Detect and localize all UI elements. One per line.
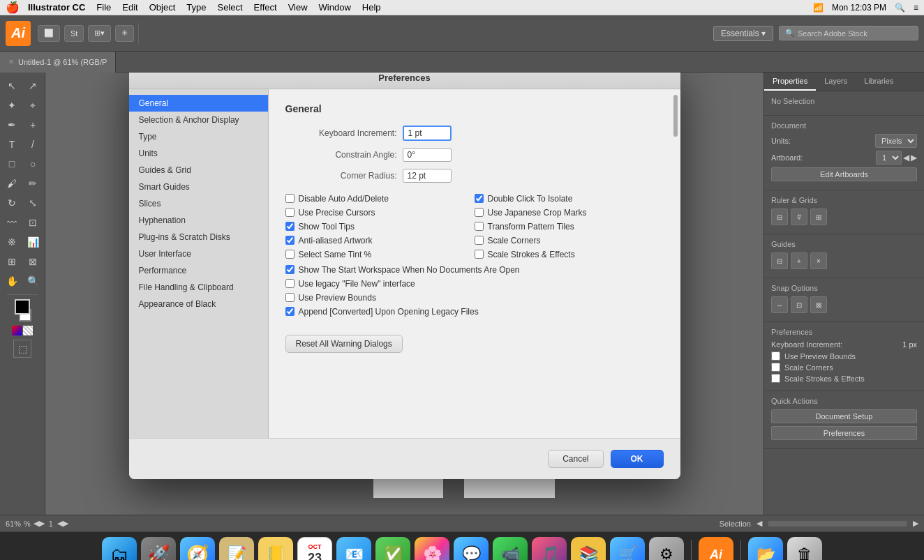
dock-launchpad[interactable]: 🚀 — [141, 537, 176, 560]
line-tool[interactable]: / — [24, 135, 42, 153]
snap-icon-3[interactable]: ⊠ — [810, 296, 827, 313]
tab-close-icon[interactable]: ✕ — [8, 58, 14, 66]
dialog-scrollbar[interactable] — [672, 89, 679, 438]
reset-warning-dialogs-button[interactable]: Reset All Warning Dialogs — [285, 335, 403, 353]
checkbox-disable-auto-input[interactable] — [285, 194, 295, 203]
sidebar-item-selection[interactable]: Selection & Anchor Display — [129, 112, 268, 128]
sidebar-item-guides[interactable]: Guides & Grid — [129, 162, 268, 179]
toolbar-btn-2[interactable]: St — [64, 25, 84, 42]
hand-tool[interactable]: ✋ — [3, 272, 21, 290]
menu-effect[interactable]: Effect — [254, 2, 277, 13]
scroll-track[interactable] — [768, 521, 907, 527]
checkbox-scale-strokes-input[interactable] — [475, 250, 484, 259]
ellipse-tool[interactable]: ○ — [24, 155, 42, 173]
tab-layers[interactable]: Layers — [816, 73, 856, 91]
direct-selection-tool[interactable]: ↗ — [24, 77, 42, 95]
menu-select[interactable]: Select — [217, 2, 242, 13]
checkbox-scale-corners-input[interactable] — [475, 236, 484, 245]
tab-properties[interactable]: Properties — [764, 73, 816, 91]
artboard-tool[interactable]: ⊞ — [3, 252, 21, 271]
checkbox-legacy-new-input[interactable] — [285, 279, 295, 288]
page-next-icon[interactable]: ▶ — [63, 519, 68, 528]
dock-trash[interactable]: 🗑 — [787, 537, 822, 560]
toolbar-btn-4[interactable]: ✳ — [115, 25, 134, 42]
apple-menu[interactable]: 🍎 — [6, 1, 20, 14]
list-icon[interactable]: ≡ — [914, 3, 918, 13]
scale-corners-checkbox[interactable] — [771, 363, 780, 372]
preferences-panel-button[interactable]: Preferences — [771, 426, 917, 440]
type-tool[interactable]: T — [3, 135, 21, 153]
units-select[interactable]: Pixels — [875, 134, 917, 148]
ruler-icon-1[interactable]: ⊟ — [771, 209, 788, 225]
artboard-nav[interactable]: ⬚ — [13, 340, 31, 358]
snap-icon-1[interactable]: ↔ — [771, 296, 788, 313]
checkbox-precise-cursors-input[interactable] — [285, 208, 295, 217]
sidebar-item-slices[interactable]: Slices — [129, 195, 268, 212]
menu-object[interactable]: Object — [149, 2, 176, 13]
checkbox-transform-pattern-input[interactable] — [475, 222, 484, 231]
checkbox-show-start-input[interactable] — [285, 265, 295, 274]
menu-edit[interactable]: Edit — [122, 2, 137, 13]
rotate-tool[interactable]: ↻ — [3, 194, 21, 212]
sidebar-item-general[interactable]: General — [129, 95, 268, 112]
scale-tool[interactable]: ⤡ — [24, 194, 42, 212]
guides-icon-1[interactable]: ⊟ — [771, 252, 788, 269]
selection-tool[interactable]: ↖ — [3, 77, 21, 95]
dock-notes[interactable]: 📒 — [258, 537, 293, 560]
ruler-icon-2[interactable]: # — [791, 209, 807, 225]
dock-stickie[interactable]: 📝 — [219, 537, 254, 560]
dock-messages[interactable]: 💬 — [454, 537, 489, 560]
artboard-next-icon[interactable]: ▶ — [911, 153, 917, 162]
menu-help[interactable]: Help — [362, 2, 381, 13]
warp-tool[interactable]: 〰 — [3, 213, 21, 232]
guides-icon-3[interactable]: × — [810, 252, 827, 269]
checkbox-select-tint-input[interactable] — [285, 250, 295, 259]
column-chart-tool[interactable]: 📊 — [24, 233, 42, 251]
rect-tool[interactable]: □ — [3, 155, 21, 173]
dock-mail[interactable]: 📧 — [336, 537, 371, 560]
fill-color[interactable] — [15, 299, 30, 315]
page-prev-icon[interactable]: ◀ — [57, 519, 63, 528]
menu-file[interactable]: File — [96, 2, 111, 13]
free-transform-tool[interactable]: ⊡ — [24, 213, 42, 232]
ruler-icon-3[interactable]: ⊞ — [810, 209, 827, 225]
scroll-left-icon[interactable]: ◀ — [757, 519, 762, 528]
checkbox-double-click-input[interactable] — [475, 194, 484, 203]
sidebar-item-performance[interactable]: Performance — [129, 262, 268, 279]
sidebar-item-appearance[interactable]: Appearance of Black — [129, 296, 268, 312]
none-swatch[interactable] — [23, 326, 33, 335]
sidebar-item-type[interactable]: Type — [129, 128, 268, 145]
dock-airdrop[interactable]: 📂 — [748, 537, 783, 560]
symbol-sprayer-tool[interactable]: ※ — [3, 233, 21, 251]
sidebar-item-plugins[interactable]: Plug-ins & Scratch Disks — [129, 229, 268, 245]
sidebar-item-ui[interactable]: User Interface — [129, 245, 268, 262]
dock-books[interactable]: 📚 — [571, 537, 606, 560]
dock-music[interactable]: 🎵 — [532, 537, 567, 560]
sidebar-item-units[interactable]: Units — [129, 145, 268, 162]
menu-view[interactable]: View — [288, 2, 308, 13]
scale-strokes-checkbox[interactable] — [771, 374, 780, 383]
corner-radius-input[interactable] — [403, 169, 452, 183]
sidebar-item-file-handling[interactable]: File Handling & Clipboard — [129, 279, 268, 296]
constrain-angle-input[interactable] — [403, 148, 452, 162]
toolbar-btn-3[interactable]: ⊞▾ — [88, 25, 111, 42]
dock-facetime[interactable]: 📹 — [493, 537, 528, 560]
checkbox-anti-aliased-input[interactable] — [285, 236, 295, 245]
checkbox-append-converted-input[interactable] — [285, 307, 295, 316]
search-icon[interactable]: 🔍 — [895, 3, 905, 13]
dock-appstore[interactable]: 🛒 — [610, 537, 645, 560]
sidebar-item-smart-guides[interactable]: Smart Guides — [129, 179, 268, 195]
ok-button[interactable]: OK — [611, 450, 664, 468]
edit-artboards-button[interactable]: Edit Artboards — [771, 167, 917, 181]
pencil-tool[interactable]: ✏ — [24, 174, 42, 192]
lasso-tool[interactable]: ⌖ — [24, 96, 42, 114]
checkbox-preview-bounds-input[interactable] — [285, 293, 295, 302]
artboard-prev-icon[interactable]: ◀ — [903, 153, 909, 162]
dock-finder[interactable]: 🗂 — [102, 537, 137, 560]
artboard-select[interactable]: 1 — [876, 151, 902, 165]
dock-settings[interactable]: ⚙ — [649, 537, 684, 560]
workspace-button[interactable]: Essentials ▾ — [713, 26, 773, 41]
stock-search[interactable]: 🔍 Search Adobe Stock — [779, 26, 918, 40]
menu-type[interactable]: Type — [186, 2, 206, 13]
dock-safari[interactable]: 🧭 — [180, 537, 215, 560]
